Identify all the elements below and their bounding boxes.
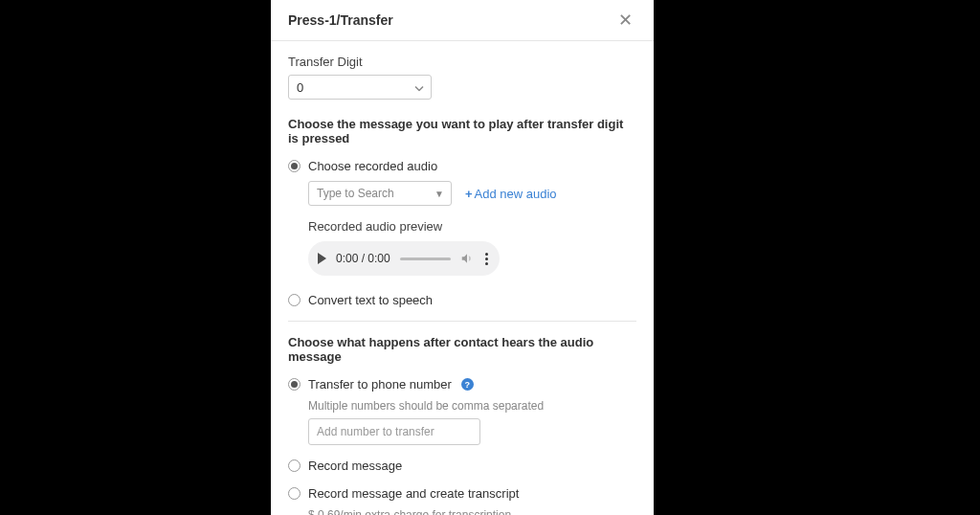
close-icon[interactable]: ✕: [614, 11, 636, 29]
radio-icon: [288, 459, 301, 472]
press1-transfer-modal: Press-1/Transfer ✕ Transfer Digit Choose…: [271, 0, 654, 515]
radio-record-transcript[interactable]: Record message and create transcript: [288, 486, 636, 501]
transfer-digit-value[interactable]: [288, 75, 432, 100]
radio-icon: [288, 294, 301, 306]
plus-icon: +: [465, 187, 473, 201]
choose-recorded-label: Choose recorded audio: [308, 159, 437, 173]
record-message-label: Record message: [308, 459, 402, 473]
help-icon[interactable]: ?: [461, 378, 474, 391]
section-divider: [288, 321, 636, 322]
radio-choose-recorded[interactable]: Choose recorded audio: [288, 159, 636, 173]
volume-icon[interactable]: [460, 252, 474, 265]
modal-header: Press-1/Transfer ✕: [271, 0, 654, 41]
record-transcript-helper: $ 0.69/min extra charge for transcriptio…: [308, 508, 636, 515]
audio-search-input[interactable]: [308, 181, 452, 206]
section-message-heading: Choose the message you want to play afte…: [288, 117, 636, 146]
audio-search-select[interactable]: ▼: [308, 181, 452, 206]
transfer-number-input[interactable]: [308, 418, 480, 445]
modal-title: Press-1/Transfer: [288, 12, 393, 28]
recorded-preview-label: Recorded audio preview: [308, 219, 636, 234]
play-icon[interactable]: [318, 253, 326, 264]
audio-player[interactable]: 0:00 / 0:00: [308, 241, 500, 276]
transfer-digit-label: Transfer Digit: [288, 55, 636, 69]
add-new-audio-text: Add new audio: [475, 187, 557, 201]
audio-time-display: 0:00 / 0:00: [336, 252, 390, 265]
modal-body: Transfer Digit Choose the message you wa…: [271, 41, 654, 515]
more-icon[interactable]: [483, 253, 490, 265]
transfer-digit-select[interactable]: [288, 75, 432, 100]
add-new-audio-link[interactable]: + Add new audio: [465, 187, 557, 201]
caret-down-icon: ▼: [434, 189, 444, 199]
transfer-phone-helper: Multiple numbers should be comma separat…: [308, 399, 636, 413]
section-action-heading: Choose what happens after contact hears …: [288, 335, 636, 364]
radio-icon: [288, 487, 301, 500]
radio-record-message[interactable]: Record message: [288, 459, 636, 473]
radio-icon: [288, 160, 301, 172]
record-transcript-label: Record message and create transcript: [308, 486, 519, 501]
radio-transfer-phone[interactable]: Transfer to phone number ?: [288, 377, 636, 392]
audio-progress-bar[interactable]: [400, 258, 451, 260]
radio-convert-tts[interactable]: Convert text to speech: [288, 293, 636, 307]
transfer-phone-label: Transfer to phone number: [308, 377, 452, 392]
radio-icon: [288, 378, 301, 391]
convert-tts-label: Convert text to speech: [308, 293, 433, 307]
